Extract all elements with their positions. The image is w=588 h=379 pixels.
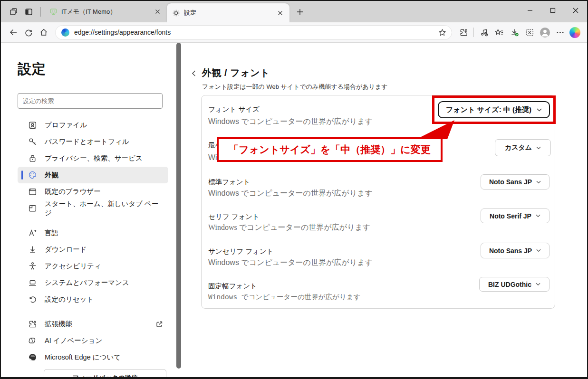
sidebar-item-about-edge[interactable]: Microsoft Edge について [18, 349, 168, 366]
sidebar-item-label: 言語 [45, 228, 58, 237]
tab-actions-menu-icon[interactable] [22, 5, 35, 19]
sans-serif-font-label: サンセリフ フォント [208, 247, 274, 256]
sidebar-item-extensions[interactable]: 拡張機能 [18, 316, 168, 332]
fonts-settings-pane: 外観 / フォント フォント設定は一部の Web サイトでのみ機能する場合があり… [176, 43, 587, 377]
sidebar-item-label: 設定のリセット [45, 295, 94, 304]
min-font-size-dropdown[interactable]: カスタム [495, 139, 551, 156]
refresh-button[interactable] [21, 25, 36, 40]
sidebar-item-system-performance[interactable]: システムとパフォーマンス [18, 275, 168, 291]
chevron-down-icon [536, 180, 541, 184]
web-capture-icon[interactable] [522, 25, 537, 40]
tab-settings[interactable]: 設定 [167, 3, 289, 22]
downloads-icon[interactable] [507, 25, 522, 40]
tab-itmemo[interactable]: ITメモ（IT Memo） [44, 2, 167, 21]
serif-font-sample-text: Windows でコンピューターの世界が広がります [208, 223, 370, 233]
accessibility-icon [28, 262, 37, 271]
standard-font-dropdown[interactable]: Noto Sans JP [481, 174, 549, 190]
window-controls [519, 1, 587, 22]
edge-site-icon [61, 28, 69, 37]
annotation-text: 「フォントサイズ」を「中（推奨）」に変更 [229, 143, 430, 156]
settings-title: 設定 [18, 60, 176, 79]
tab-title: ITメモ（IT Memo） [61, 8, 149, 16]
sidebar-item-label: パスワードとオートフィル [45, 137, 129, 146]
settings-and-more-icon[interactable] [552, 25, 568, 40]
sidebar-item-label: プロファイル [45, 121, 87, 130]
page-content: 設定 プロファイル パスワードとオートフィル プライバシー、検索、サービス [1, 43, 587, 377]
font-size-sample-text: Windows でコンピューターの世界が広がります [208, 117, 373, 127]
gear-icon [172, 9, 180, 17]
settings-nav: プロファイル パスワードとオートフィル プライバシー、検索、サービス 外観 既定… [1, 117, 176, 366]
sidebar-item-default-browser[interactable]: 既定のブラウザー [18, 183, 168, 200]
font-size-dropdown[interactable]: フォント サイズ: 中 (推奨) [438, 101, 550, 118]
new-tab-button[interactable] [293, 5, 307, 19]
back-button[interactable] [6, 25, 21, 40]
browser-window: ITメモ（IT Memo） 設定 [0, 0, 588, 379]
languages-icon [28, 228, 37, 237]
sidebar-item-label: 拡張機能 [45, 320, 72, 329]
sidebar-item-downloads[interactable]: ダウンロード [18, 241, 168, 258]
standard-font-dropdown-value: Noto Sans JP [489, 178, 532, 186]
send-feedback-label: フィードバックの送信 [72, 374, 137, 379]
nav-group-gap [1, 217, 176, 225]
tab-close-icon[interactable] [275, 8, 285, 18]
sans-serif-font-dropdown[interactable]: Noto Sans JP [481, 243, 549, 258]
copilot-icon[interactable] [569, 27, 580, 38]
sidebar-item-profiles[interactable]: プロファイル [18, 117, 168, 133]
tab-close-icon[interactable] [153, 7, 162, 17]
page-header: 外観 / フォント フォント設定は一部の Web サイトでのみ機能する場合があり… [191, 66, 388, 91]
laptop-icon [28, 278, 37, 287]
sidebar-item-ai-innovation[interactable]: AI イノベーション [18, 332, 168, 349]
standard-font-sample-text: Windows でコンピューターの世界が広がります [208, 189, 373, 199]
sans-serif-font-dropdown-value: Noto Sans JP [489, 247, 532, 255]
home-button[interactable] [36, 25, 51, 40]
download-icon [28, 245, 37, 254]
favorite-star-icon[interactable] [434, 25, 450, 40]
sidebar-item-label: 外観 [45, 171, 58, 180]
lock-icon [28, 154, 37, 163]
fixed-width-font-dropdown[interactable]: BIZ UDGothic [479, 277, 549, 292]
sidebar-item-label: プライバシー、検索、サービス [45, 154, 143, 163]
page-title: 外観 / フォント [202, 66, 270, 79]
fonts-settings-card: フォント サイズ Windows でコンピューターの世界が広がります フォント … [201, 95, 555, 309]
fixed-width-font-label: 固定幅フォント [208, 282, 257, 291]
settings-search-input[interactable] [18, 93, 163, 109]
maximize-button[interactable] [541, 1, 564, 20]
chevron-down-icon [537, 108, 542, 112]
sidebar-item-privacy[interactable]: プライバシー、検索、サービス [18, 150, 168, 167]
sidebar-item-start-home-newtab[interactable]: スタート、ホーム、新しいタブ ページ [18, 200, 168, 217]
toolbar-divider [473, 28, 474, 37]
sans-serif-font-sample-text: Windows でコンピューターの世界が広がります [208, 258, 373, 268]
workspaces-icon[interactable] [7, 5, 20, 19]
key-icon [28, 137, 37, 146]
address-bar[interactable]: edge://settings/appearance/fonts [55, 25, 452, 40]
ai-copilot-icon [28, 336, 37, 345]
new-tab-page-icon [28, 204, 37, 213]
itmemo-favicon-icon [49, 8, 58, 16]
sidebar-item-languages[interactable]: 言語 [18, 225, 168, 241]
media-controls-icon[interactable] [476, 25, 492, 40]
extensions-icon[interactable] [456, 25, 471, 40]
browser-window-icon [28, 187, 37, 196]
sidebar-item-passwords[interactable]: パスワードとオートフィル [18, 133, 168, 150]
minimize-button[interactable] [519, 1, 541, 20]
profile-avatar[interactable] [537, 25, 552, 40]
sidebar-item-accessibility[interactable]: アクセシビリティ [18, 258, 168, 275]
url-text[interactable]: edge://settings/appearance/fonts [74, 28, 434, 36]
fixed-width-font-sample-text: Windows でコンピューターの世界が広がります [208, 293, 360, 302]
page-subtitle: フォント設定は一部の Web サイトでのみ機能する場合があります [202, 83, 388, 91]
chevron-down-icon [536, 214, 540, 218]
navigation-toolbar: edge://settings/appearance/fonts [1, 22, 587, 43]
sidebar-item-appearance[interactable]: 外観 [18, 167, 168, 183]
sidebar-item-reset-settings[interactable]: 設定のリセット [18, 291, 168, 308]
chevron-down-icon [536, 283, 540, 286]
tab-title: 設定 [184, 9, 271, 17]
back-chevron-icon[interactable] [191, 70, 197, 76]
favorites-icon[interactable] [492, 25, 507, 40]
sidebar-item-label: AI イノベーション [45, 336, 102, 345]
sidebar-item-label: 既定のブラウザー [45, 187, 101, 196]
reset-icon [28, 295, 37, 304]
close-window-button[interactable] [564, 1, 587, 20]
palette-icon [28, 171, 37, 180]
serif-font-dropdown[interactable]: Noto Serif JP [481, 208, 549, 223]
send-feedback-button[interactable]: フィードバックの送信 [44, 369, 166, 379]
